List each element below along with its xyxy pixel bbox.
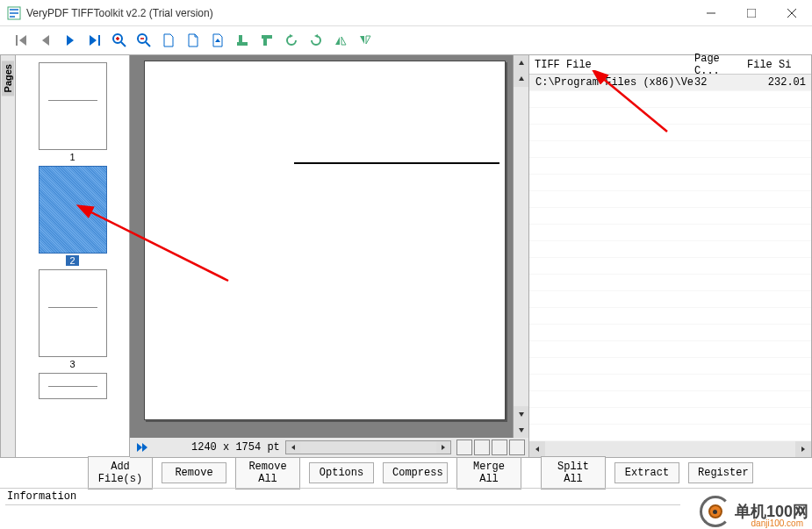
page-dimensions: 1240 x 1754 pt	[191, 441, 280, 454]
remove-all-button[interactable]: Remove All	[235, 456, 300, 490]
svg-marker-37	[142, 443, 147, 452]
svg-marker-9	[19, 35, 26, 46]
svg-marker-36	[137, 443, 142, 452]
open-doc-icon[interactable]	[183, 30, 204, 51]
left-expand-icon[interactable]	[135, 440, 151, 455]
window-title: VeryPDF TIFFToolkit v2.2 (Trial version)	[26, 7, 691, 19]
svg-marker-26	[290, 34, 293, 38]
col-file-size[interactable]: File Si	[747, 59, 811, 71]
col-page-count[interactable]: Page C...	[694, 53, 747, 77]
maximize-button[interactable]	[731, 0, 772, 26]
thumbnail-4[interactable]	[19, 373, 126, 399]
file-list-body[interactable]: C:\Program Files (x86)\Ver... 32 232.01	[529, 75, 811, 441]
vertical-scrollbar[interactable]	[513, 55, 528, 438]
rotate-right-icon[interactable]	[305, 30, 327, 51]
compress-button[interactable]: Compress	[383, 462, 448, 483]
watermark-logo-icon	[700, 496, 731, 527]
svg-marker-43	[801, 447, 805, 452]
flip-v-icon[interactable]	[355, 30, 376, 51]
svg-line-15	[121, 42, 126, 46]
watermark: 单机100网 danji100.com	[700, 496, 808, 527]
svg-marker-30	[360, 36, 364, 44]
svg-rect-23	[237, 42, 248, 46]
first-page-button[interactable]	[11, 30, 32, 51]
pages-tab-label: Pages	[2, 61, 14, 96]
zoom-in-button[interactable]	[109, 30, 130, 51]
zoom-out-button[interactable]	[133, 30, 154, 51]
flip-h-icon[interactable]	[330, 30, 351, 51]
svg-marker-28	[335, 37, 340, 45]
scroll-down-button-2[interactable]	[514, 422, 528, 438]
scroll-left-button[interactable]	[286, 441, 300, 454]
scroll-left-button[interactable]	[529, 441, 545, 457]
app-icon	[7, 6, 21, 20]
svg-marker-32	[519, 61, 524, 65]
svg-marker-11	[67, 35, 74, 46]
scroll-right-button[interactable]	[795, 441, 811, 457]
thumbnails-panel[interactable]: 1 2 3	[16, 54, 130, 458]
status-bar: Information	[0, 488, 812, 509]
scroll-up-button[interactable]	[514, 55, 528, 71]
svg-rect-1	[10, 9, 18, 11]
svg-rect-2	[10, 12, 18, 14]
new-doc-icon[interactable]	[158, 30, 179, 51]
thumb-label: 2	[66, 255, 78, 266]
svg-rect-5	[747, 9, 756, 18]
extract-button[interactable]: Extract	[614, 462, 679, 483]
preview-panel: 1240 x 1754 pt	[130, 54, 529, 458]
prev-page-button[interactable]	[35, 30, 56, 51]
svg-marker-42	[535, 447, 539, 452]
options-button[interactable]: Options	[309, 462, 374, 483]
action-button-row: Add File(s) Remove Remove All Options Co…	[0, 458, 812, 488]
fit-mode-2-icon[interactable]	[474, 440, 490, 455]
scroll-down-button[interactable]	[514, 406, 528, 422]
svg-line-19	[146, 42, 150, 46]
preview-status-bar: 1240 x 1754 pt	[130, 438, 528, 457]
watermark-url: danji100.com	[751, 518, 803, 528]
rotate-left-icon[interactable]	[281, 30, 302, 51]
thumbnail-2[interactable]: 2	[19, 166, 126, 266]
scroll-right-button[interactable]	[436, 441, 450, 454]
tool-b-icon[interactable]	[256, 30, 277, 51]
minimize-button[interactable]	[691, 0, 731, 26]
next-page-button[interactable]	[60, 30, 81, 51]
pages-tab[interactable]: Pages	[0, 54, 16, 458]
svg-marker-29	[341, 37, 346, 45]
split-all-button[interactable]: Split All	[541, 456, 606, 490]
fit-mode-3-icon[interactable]	[492, 440, 507, 455]
titlebar: VeryPDF TIFFToolkit v2.2 (Trial version)	[0, 0, 812, 26]
remove-button[interactable]: Remove	[162, 462, 226, 483]
svg-marker-31	[366, 36, 370, 44]
svg-marker-10	[42, 35, 49, 46]
file-size: 232.01	[747, 76, 811, 89]
svg-rect-3	[10, 16, 15, 18]
save-doc-icon[interactable]	[207, 30, 228, 51]
svg-marker-39	[442, 445, 445, 450]
preview-viewport[interactable]	[137, 61, 513, 438]
svg-marker-34	[519, 412, 524, 417]
last-page-button[interactable]	[84, 30, 105, 51]
toolbar	[0, 26, 812, 54]
tool-a-icon[interactable]	[232, 30, 253, 51]
svg-rect-8	[16, 35, 18, 46]
close-button[interactable]	[772, 0, 812, 26]
thumbnail-1[interactable]: 1	[19, 62, 126, 162]
svg-marker-33	[519, 76, 524, 81]
scroll-up-button-2[interactable]	[514, 71, 528, 87]
svg-marker-12	[90, 35, 97, 46]
merge-all-button[interactable]: Merge All	[456, 456, 521, 490]
col-tiff-file[interactable]: TIFF File	[529, 59, 694, 71]
horizontal-scrollbar[interactable]	[285, 440, 451, 454]
file-list-panel: TIFF File Page C... File Si C:\Program F…	[529, 54, 812, 458]
preview-page	[144, 61, 506, 420]
file-row[interactable]: C:\Program Files (x86)\Ver... 32 232.01	[529, 75, 811, 90]
svg-marker-38	[291, 445, 295, 450]
register-button[interactable]: Register	[688, 462, 753, 483]
add-files-button[interactable]: Add File(s)	[88, 456, 153, 490]
fit-mode-4-icon[interactable]	[509, 440, 525, 455]
file-path: C:\Program Files (x86)\Ver...	[535, 76, 694, 89]
thumb-label: 3	[69, 359, 75, 369]
fit-mode-1-icon[interactable]	[456, 440, 472, 455]
file-horizontal-scrollbar[interactable]	[529, 441, 811, 457]
thumbnail-3[interactable]: 3	[19, 269, 126, 369]
